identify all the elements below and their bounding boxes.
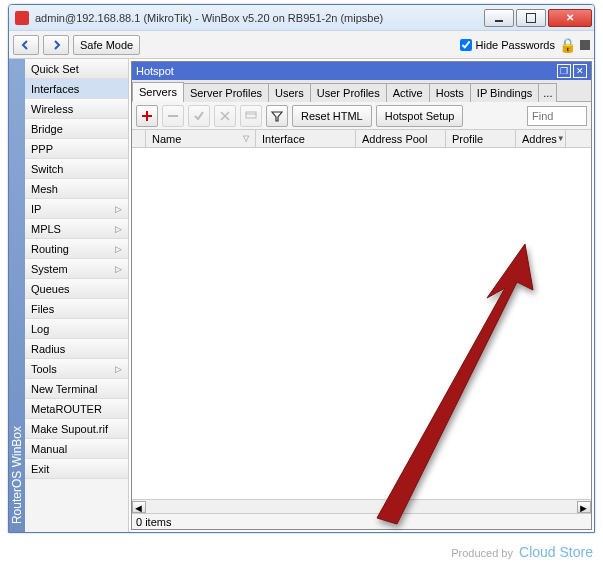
panel-close-button[interactable]: ✕ <box>573 64 587 78</box>
panel-titlebar[interactable]: Hotspot ❐ ✕ <box>132 62 591 80</box>
content-area: Hotspot ❐ ✕ ServersServer ProfilesUsersU… <box>129 59 594 532</box>
column-name[interactable]: Name <box>146 130 256 147</box>
sidebar-item-make-supout-rif[interactable]: Make Supout.rif <box>25 419 128 439</box>
sidebar-item-queues[interactable]: Queues <box>25 279 128 299</box>
close-button[interactable] <box>548 9 592 27</box>
tab-user-profiles[interactable]: User Profiles <box>310 83 387 102</box>
scroll-left-button[interactable]: ◄ <box>132 501 146 513</box>
sidebar-item-interfaces[interactable]: Interfaces <box>25 79 128 99</box>
panel-title: Hotspot <box>136 65 174 77</box>
hide-passwords-checkbox[interactable]: Hide Passwords <box>460 39 555 51</box>
sidebar: RouterOS WinBox Quick SetInterfacesWirel… <box>9 59 129 532</box>
horizontal-scrollbar[interactable]: ◄ ► <box>132 499 591 513</box>
column-interface[interactable]: Interface <box>256 130 356 147</box>
app-window: admin@192.168.88.1 (MikroTik) - WinBox v… <box>8 4 595 533</box>
submenu-icon: ▷ <box>115 244 122 254</box>
column-addres[interactable]: Addres <box>516 130 566 147</box>
submenu-icon: ▷ <box>115 364 122 374</box>
column-address-pool[interactable]: Address Pool <box>356 130 446 147</box>
hotspot-panel: Hotspot ❐ ✕ ServersServer ProfilesUsersU… <box>131 61 592 530</box>
status-bar: 0 items <box>132 513 591 529</box>
undo-button[interactable] <box>13 35 39 55</box>
maximize-button[interactable] <box>516 9 546 27</box>
sidebar-item-manual[interactable]: Manual <box>25 439 128 459</box>
add-button[interactable] <box>136 105 158 127</box>
panel-restore-button[interactable]: ❐ <box>557 64 571 78</box>
sidebar-item-wireless[interactable]: Wireless <box>25 99 128 119</box>
sidebar-item-files[interactable]: Files <box>25 299 128 319</box>
tab-ip-bindings[interactable]: IP Bindings <box>470 83 539 102</box>
minimize-button[interactable] <box>484 9 514 27</box>
sidebar-item-switch[interactable]: Switch <box>25 159 128 179</box>
sidebar-item-routing[interactable]: Routing▷ <box>25 239 128 259</box>
tab-hosts[interactable]: Hosts <box>429 83 471 102</box>
footer-link[interactable]: Cloud Store <box>519 544 593 560</box>
session-indicator-icon <box>580 40 590 50</box>
tab-more[interactable]: ... <box>538 83 557 102</box>
sidebar-brand-strip: RouterOS WinBox <box>9 59 25 532</box>
sidebar-item-radius[interactable]: Radius <box>25 339 128 359</box>
reset-html-button[interactable]: Reset HTML <box>292 105 372 127</box>
sidebar-item-quick-set[interactable]: Quick Set <box>25 59 128 79</box>
scroll-right-button[interactable]: ► <box>577 501 591 513</box>
sidebar-item-ppp[interactable]: PPP <box>25 139 128 159</box>
column-flag[interactable] <box>132 130 146 147</box>
filter-button[interactable] <box>266 105 288 127</box>
sidebar-item-bridge[interactable]: Bridge <box>25 119 128 139</box>
find-input[interactable] <box>527 106 587 126</box>
submenu-icon: ▷ <box>115 264 122 274</box>
lock-icon: 🔒 <box>559 37 576 53</box>
tab-server-profiles[interactable]: Server Profiles <box>183 83 269 102</box>
submenu-icon: ▷ <box>115 204 122 214</box>
main-toolbar: Safe Mode Hide Passwords 🔒 <box>9 31 594 59</box>
enable-button[interactable] <box>188 105 210 127</box>
disable-button[interactable] <box>214 105 236 127</box>
panel-tabs: ServersServer ProfilesUsersUser Profiles… <box>132 80 591 102</box>
grid-header: NameInterfaceAddress PoolProfileAddres <box>132 130 591 148</box>
sidebar-item-new-terminal[interactable]: New Terminal <box>25 379 128 399</box>
hotspot-setup-button[interactable]: Hotspot Setup <box>376 105 464 127</box>
safe-mode-button[interactable]: Safe Mode <box>73 35 140 55</box>
page-footer: Produced by Cloud Store <box>451 544 593 560</box>
annotation-arrow-icon <box>337 228 557 533</box>
column-profile[interactable]: Profile <box>446 130 516 147</box>
panel-toolbar: Reset HTML Hotspot Setup <box>132 102 591 130</box>
tab-servers[interactable]: Servers <box>132 82 184 102</box>
sidebar-item-exit[interactable]: Exit <box>25 459 128 479</box>
window-title: admin@192.168.88.1 (MikroTik) - WinBox v… <box>35 12 484 24</box>
sidebar-item-mpls[interactable]: MPLS▷ <box>25 219 128 239</box>
tab-active[interactable]: Active <box>386 83 430 102</box>
redo-button[interactable] <box>43 35 69 55</box>
titlebar[interactable]: admin@192.168.88.1 (MikroTik) - WinBox v… <box>9 5 594 31</box>
grid-body[interactable] <box>132 148 591 499</box>
sidebar-item-metarouter[interactable]: MetaROUTER <box>25 399 128 419</box>
comment-button[interactable] <box>240 105 262 127</box>
submenu-icon: ▷ <box>115 224 122 234</box>
sidebar-item-mesh[interactable]: Mesh <box>25 179 128 199</box>
sidebar-item-system[interactable]: System▷ <box>25 259 128 279</box>
tab-users[interactable]: Users <box>268 83 311 102</box>
remove-button[interactable] <box>162 105 184 127</box>
app-icon <box>15 11 29 25</box>
sidebar-item-tools[interactable]: Tools▷ <box>25 359 128 379</box>
sidebar-menu: Quick SetInterfacesWirelessBridgePPPSwit… <box>25 59 128 532</box>
sidebar-item-log[interactable]: Log <box>25 319 128 339</box>
svg-rect-0 <box>246 112 256 118</box>
sidebar-item-ip[interactable]: IP▷ <box>25 199 128 219</box>
